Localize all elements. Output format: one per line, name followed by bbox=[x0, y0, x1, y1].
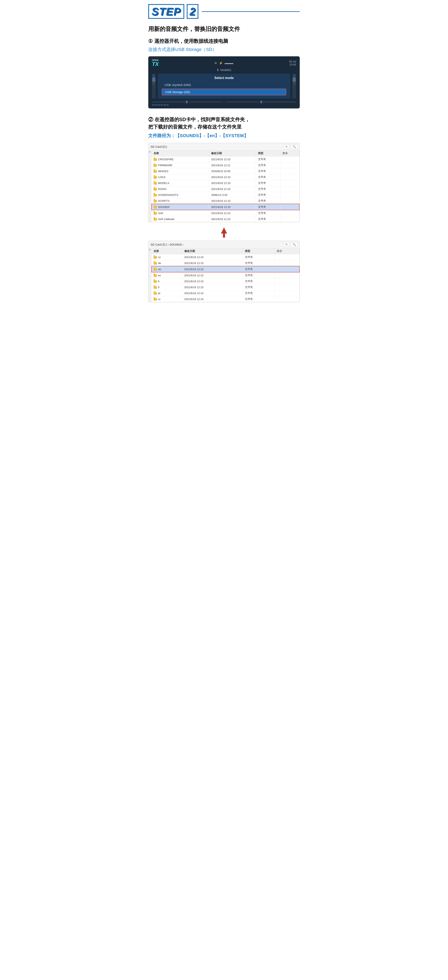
cell-type: 文件夹 bbox=[256, 174, 280, 180]
cell-date: 2021/6/16 12:10 bbox=[182, 284, 243, 290]
explorer-table-2: 名称 修改日期 类型 大小 cz 2021/6/16 12:10 文件夹 de … bbox=[151, 248, 300, 302]
table-header-row: 名称 修改日期 类型 大小 bbox=[151, 150, 299, 156]
cell-date: 2021/6/16 12:10 bbox=[209, 156, 256, 162]
cell-date: 2098/1/1 0:02 bbox=[209, 192, 256, 198]
cell-type: 文件夹 bbox=[243, 272, 274, 278]
folder-icon bbox=[153, 212, 157, 215]
opentx-model: ⬆ Model01 bbox=[217, 68, 231, 72]
refresh-button-1[interactable]: ↻ bbox=[284, 144, 289, 149]
step-badge: STEP 2 bbox=[148, 4, 198, 19]
col-size: 大小 bbox=[274, 248, 299, 254]
opentx-time: 13:40 bbox=[289, 63, 296, 66]
folder-icon bbox=[153, 188, 157, 191]
cell-name: en bbox=[151, 266, 182, 272]
arrow-down bbox=[148, 226, 300, 239]
col-type: 类型 bbox=[256, 150, 280, 156]
opentx-main-area: Select mode USB Joystick (HID) USB Stora… bbox=[152, 74, 296, 99]
channel-indicators bbox=[152, 104, 296, 106]
table-row[interactable]: SCREENSHOTS 2098/1/1 0:02 文件夹 bbox=[151, 192, 299, 198]
explorer-path-2: SD Card (D:) › SOUNDS › bbox=[150, 243, 282, 246]
cell-type: 文件夹 bbox=[243, 284, 274, 290]
folder-icon bbox=[154, 206, 157, 208]
folder-icon bbox=[153, 218, 157, 221]
cell-size bbox=[280, 216, 299, 222]
folder-icon bbox=[153, 256, 157, 259]
trim-slider-left bbox=[152, 101, 222, 103]
cell-date: 2021/6/16 12:10 bbox=[209, 180, 256, 186]
folder-icon bbox=[153, 194, 157, 196]
cell-size bbox=[280, 180, 299, 186]
cell-date: 2021/6/16 12:10 bbox=[209, 204, 256, 210]
battery-icon: ▬▬▬ bbox=[225, 61, 233, 65]
table-row[interactable]: en 2021/6/16 12:10 文件夹 bbox=[151, 266, 299, 272]
cell-name: SCREENSHOTS bbox=[151, 192, 209, 198]
table-row[interactable]: IMAGES 2020/8/10 15:05 文件夹 bbox=[151, 168, 299, 174]
table-row[interactable]: fr 2021/6/16 12:10 文件夹 bbox=[151, 278, 299, 284]
path-highlight: 文件路径为：【SOUNDS】-【en】-【SYSTEM】 bbox=[148, 133, 300, 139]
cell-size bbox=[274, 278, 299, 284]
cell-date: 2021/6/16 12:10 bbox=[209, 198, 256, 204]
usb-icon: ⚡ bbox=[219, 61, 223, 65]
cell-type: 文件夹 bbox=[243, 278, 274, 284]
cell-size bbox=[274, 296, 299, 302]
explorer-table-1: 名称 修改日期 类型 大小 CROSSFIRE 2021/6/16 12:10 … bbox=[151, 150, 300, 222]
model-name: Model01 bbox=[220, 68, 231, 72]
cell-name: fr bbox=[151, 278, 182, 284]
cell-type: 文件夹 bbox=[243, 254, 274, 260]
section1-num: ① bbox=[148, 38, 153, 44]
slider-thumb bbox=[152, 77, 155, 82]
scroll-indicator-2 bbox=[148, 248, 151, 302]
cell-date: 2021/6/16 12:10 bbox=[182, 296, 243, 302]
search-button-1[interactable]: 🔍 bbox=[291, 144, 298, 149]
table-row[interactable]: SxR Calibrate 2021/6/16 12:10 文件夹 bbox=[151, 216, 299, 222]
table-row[interactable]: es 2021/6/16 12:10 文件夹 bbox=[151, 272, 299, 278]
table-row[interactable]: cz 2021/6/16 12:10 文件夹 bbox=[151, 254, 299, 260]
opentx-screen: OPEN TX ⚙ ⚡ ▬▬▬ 30 Jul 13:40 ⬆ Model01 S… bbox=[148, 56, 300, 108]
opentx-model-bar: ⬆ Model01 bbox=[152, 68, 296, 72]
table-row[interactable]: it 2021/6/16 12:10 文件夹 bbox=[151, 284, 299, 290]
cell-type: 文件夹 bbox=[256, 156, 280, 162]
col-date: 修改日期 bbox=[182, 248, 243, 254]
folder-icon bbox=[153, 262, 157, 265]
cell-name: IMAGES bbox=[151, 168, 209, 174]
cell-date: 2021/6/16 12:10 bbox=[182, 272, 243, 278]
section2-num: ② bbox=[148, 117, 153, 122]
table-row[interactable]: SOUNDS 2021/6/16 12:10 文件夹 bbox=[151, 204, 299, 210]
trim-bar: 1 bbox=[152, 101, 296, 103]
menu-item-joystick[interactable]: USB Joystick (HID) bbox=[162, 82, 286, 88]
search-button-2[interactable]: 🔍 bbox=[291, 242, 298, 247]
cell-size bbox=[280, 186, 299, 192]
svg-marker-0 bbox=[221, 228, 227, 238]
cell-size bbox=[280, 174, 299, 180]
col-type: 类型 bbox=[243, 248, 274, 254]
cell-type: 文件夹 bbox=[256, 210, 280, 216]
table-row[interactable]: FIRMWARE 2021/6/16 12:11 文件夹 bbox=[151, 162, 299, 168]
ch-bar bbox=[152, 104, 155, 106]
trim-slider-right bbox=[226, 101, 296, 103]
cell-size bbox=[280, 156, 299, 162]
table-row[interactable]: MODELS 2021/6/16 12:10 文件夹 bbox=[151, 180, 299, 186]
cell-name: de bbox=[151, 260, 182, 266]
table-row[interactable]: CROSSFIRE 2021/6/16 12:10 文件夹 bbox=[151, 156, 299, 162]
section1-title: ① 遥控器开机，使用数据线连接电脑 bbox=[148, 38, 300, 45]
cell-type: 文件夹 bbox=[243, 260, 274, 266]
cell-name: RADIO bbox=[151, 186, 209, 192]
table-row[interactable]: pt 2021/6/16 12:10 文件夹 bbox=[151, 290, 299, 296]
table-row[interactable]: LOGS 2021/6/16 12:10 文件夹 bbox=[151, 174, 299, 180]
folder-icon bbox=[153, 158, 157, 161]
file-explorer-2: SD Card (D:) › SOUNDS › ↻ 🔍 名称 修改日期 类型 大… bbox=[148, 241, 300, 302]
table-row[interactable]: ru 2021/6/16 12:10 文件夹 bbox=[151, 296, 299, 302]
folder-icon bbox=[153, 182, 157, 185]
section1-sublink: 连接方式选择USB Storage（SD） bbox=[148, 46, 300, 52]
cell-name: cz bbox=[151, 254, 182, 260]
table-row[interactable]: SCRIPTS 2021/6/16 12:10 文件夹 bbox=[151, 198, 299, 204]
cell-date: 2021/6/16 12:10 bbox=[182, 290, 243, 296]
trim-indicator bbox=[186, 100, 188, 103]
channel-label: 1 bbox=[223, 101, 225, 103]
table-row[interactable]: RADIO 2021/6/16 12:10 文件夹 bbox=[151, 186, 299, 192]
cell-name: es bbox=[151, 272, 182, 278]
refresh-button-2[interactable]: ↻ bbox=[284, 242, 289, 247]
menu-item-storage[interactable]: USB Storage (SD) bbox=[162, 89, 286, 95]
table-row[interactable]: SxR 2021/6/16 12:10 文件夹 bbox=[151, 210, 299, 216]
table-row[interactable]: de 2021/6/16 12:10 文件夹 bbox=[151, 260, 299, 266]
